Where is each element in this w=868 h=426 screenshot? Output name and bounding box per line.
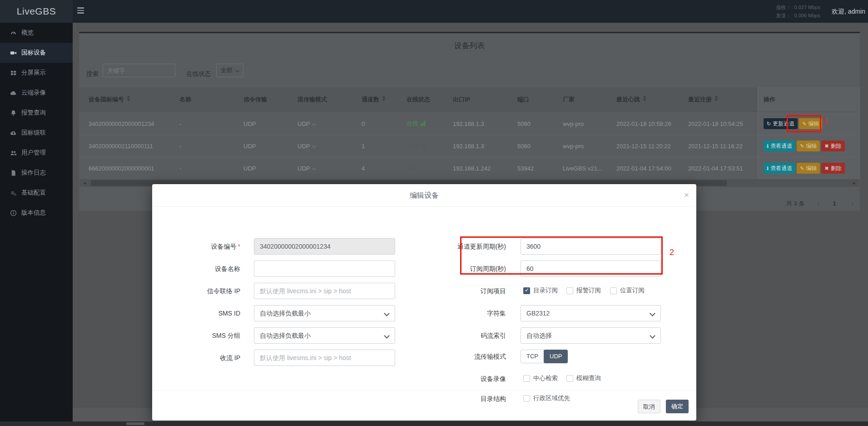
col-heartbeat: 最近心跳	[616, 96, 640, 103]
col-online-status: 在线状态	[407, 95, 453, 104]
annotation-number-2: 2	[670, 248, 674, 257]
table-row: 34020000002000001234 - UDP UDP 0 在线 192.…	[79, 112, 860, 135]
scrollbar-thumb[interactable]	[126, 422, 144, 425]
chart-bars-icon	[421, 165, 426, 170]
scroll-right-icon[interactable]: ►	[852, 180, 857, 185]
device-name-field[interactable]	[254, 261, 395, 277]
subscribe-position-option[interactable]: 位置订阅	[610, 286, 645, 295]
tcp-option[interactable]: TCP	[521, 350, 544, 363]
col-stream-mode: 流传输模式	[298, 95, 362, 104]
sort-icon[interactable]	[643, 95, 646, 101]
checkbox[interactable]	[523, 375, 530, 382]
sidebar-item-gb-cascade[interactable]: 国标级联	[0, 123, 73, 143]
search-input[interactable]	[103, 64, 175, 77]
grid-icon	[10, 70, 17, 76]
annotation-box-1	[787, 115, 821, 132]
file-icon	[10, 170, 17, 176]
scroll-left-icon[interactable]: ◄	[82, 180, 87, 185]
send-rate: 发送 ↓ : 0.006 Mbps	[776, 11, 820, 20]
col-port: 端口	[517, 95, 563, 104]
edit-button[interactable]: ✎编辑	[797, 163, 820, 174]
status-link[interactable]: 离线	[407, 164, 453, 172]
edit-icon: ✎	[800, 143, 804, 149]
recv-rate: 接收 ↑ : 0.027 Mbps	[776, 3, 820, 11]
sidebar-item-alarm-query[interactable]: 报警查询	[0, 103, 73, 123]
checkbox[interactable]	[566, 375, 573, 382]
checkbox[interactable]	[610, 287, 617, 294]
stream-index-select[interactable]: 自动选择	[521, 327, 661, 344]
stream-mode-dropdown[interactable]: UDP	[298, 143, 362, 150]
sidebar-item-overview[interactable]: 概览	[0, 23, 73, 43]
stream-mode-dropdown[interactable]: UDP	[298, 165, 362, 172]
sidebar-item-user-management[interactable]: 用户管理	[0, 143, 73, 163]
charset-select[interactable]: GB2312	[521, 305, 661, 321]
modal-header: 编辑设备 ×	[152, 184, 696, 207]
view-channels-button[interactable]: ℹ查看通道	[764, 163, 795, 174]
sms-id-select[interactable]: 自动选择负载最小	[254, 305, 395, 321]
sms-group-select[interactable]: 自动选择负载最小	[254, 327, 395, 344]
modal-body: 设备编号* 设备名称 信令联络 IP SMS ID 自动选择负载最小 SMS 分…	[152, 207, 696, 390]
annotation-box-2	[460, 236, 663, 275]
pagination-next[interactable]: ›	[851, 198, 853, 209]
sidebar-item-operation-log[interactable]: 操作日志	[0, 163, 73, 183]
confirm-button[interactable]: 确定	[666, 400, 689, 413]
sort-icon[interactable]	[714, 95, 718, 101]
sidebar-nav: 概览 国标设备 分屏展示 云端录像 报警查询 国标级联 用户管理 操作日志 基础…	[0, 23, 73, 426]
delete-icon: ✖	[824, 165, 828, 171]
online-status-select[interactable]: 全部	[216, 64, 243, 77]
sms-id-label: SMS ID	[168, 305, 240, 321]
table-row: 66620000002000000001 - UDP UDP 4 离线 192.…	[79, 157, 860, 179]
checkbox[interactable]	[523, 287, 530, 294]
sip-ip-field[interactable]	[254, 283, 395, 299]
col-ip: 出口IP	[453, 95, 517, 104]
device-id-label: 设备编号*	[168, 238, 240, 255]
center-search-option[interactable]: 中心检索	[523, 374, 558, 382]
col-actions: 操作	[758, 87, 860, 112]
delete-button[interactable]: ✖删除	[821, 163, 844, 174]
view-channels-button[interactable]: ℹ查看通道	[764, 140, 795, 151]
col-signal: 信令传输	[243, 95, 298, 104]
menu-toggle-icon[interactable]	[77, 7, 84, 15]
close-icon[interactable]: ×	[684, 190, 689, 200]
edit-button[interactable]: ✎编辑	[797, 140, 820, 151]
chart-bars-icon	[421, 143, 426, 148]
sidebar-item-split-screen[interactable]: 分屏展示	[0, 63, 73, 83]
fuzzy-query-option[interactable]: 模糊查询	[566, 374, 601, 382]
bell-icon	[10, 110, 17, 116]
device-table: 设备国标编号 名称 信令传输 流传输模式 通道数 在线状态 出口IP 端口 厂家…	[79, 87, 860, 179]
sidebar-item-gb-devices[interactable]: 国标设备	[0, 43, 73, 63]
top-navbar: 接收 ↑ : 0.027 Mbps 发送 ↓ : 0.006 Mbps 欢迎, …	[0, 0, 868, 23]
sort-icon[interactable]	[127, 95, 130, 101]
info-circle-icon	[10, 210, 17, 216]
udp-option[interactable]: UDP	[544, 350, 568, 363]
sidebar-item-cloud-record[interactable]: 云端录像	[0, 83, 73, 103]
pagination-prev[interactable]: ‹	[817, 198, 819, 209]
brand-logo[interactable]: LiveGBS	[0, 0, 73, 23]
pagination-current-page[interactable]: 1	[831, 198, 838, 209]
annotation-number-1: 1	[823, 116, 828, 126]
status-link[interactable]: 离线	[407, 142, 453, 150]
page-title: 设备列表	[79, 40, 860, 51]
status-link[interactable]: 在线	[407, 120, 453, 128]
modal-footer: 取消 确定	[152, 391, 696, 421]
sidebar-item-basic-config[interactable]: 基础配置	[0, 183, 73, 203]
delete-button[interactable]: ✖删除	[821, 140, 844, 151]
bottom-scrollbar[interactable]	[0, 421, 868, 426]
stream-mode-dropdown[interactable]: UDP	[298, 120, 362, 127]
users-icon	[10, 150, 17, 156]
device-record-label: 设备录像	[433, 374, 506, 383]
table-header-row: 设备国标编号 名称 信令传输 流传输模式 通道数 在线状态 出口IP 端口 厂家…	[79, 87, 860, 112]
subscribe-catalog-option[interactable]: 目录订阅	[523, 286, 558, 295]
device-id-field	[254, 238, 395, 255]
edit-device-modal: 编辑设备 × 设备编号* 设备名称 信令联络 IP SMS ID 自动选择负载最…	[152, 184, 696, 421]
chevron-down-icon	[312, 121, 316, 125]
sidebar-item-version-info[interactable]: 版本信息	[0, 203, 73, 223]
welcome-user[interactable]: 欢迎, admin	[832, 0, 865, 23]
col-vendor: 厂家	[563, 95, 616, 104]
recv-ip-field[interactable]	[254, 350, 395, 366]
checkbox[interactable]	[566, 287, 573, 294]
subscribe-alarm-option[interactable]: 报警订阅	[566, 286, 601, 295]
cancel-button[interactable]: 取消	[638, 400, 660, 413]
gauge-icon	[10, 30, 17, 36]
sort-icon[interactable]	[382, 95, 386, 101]
